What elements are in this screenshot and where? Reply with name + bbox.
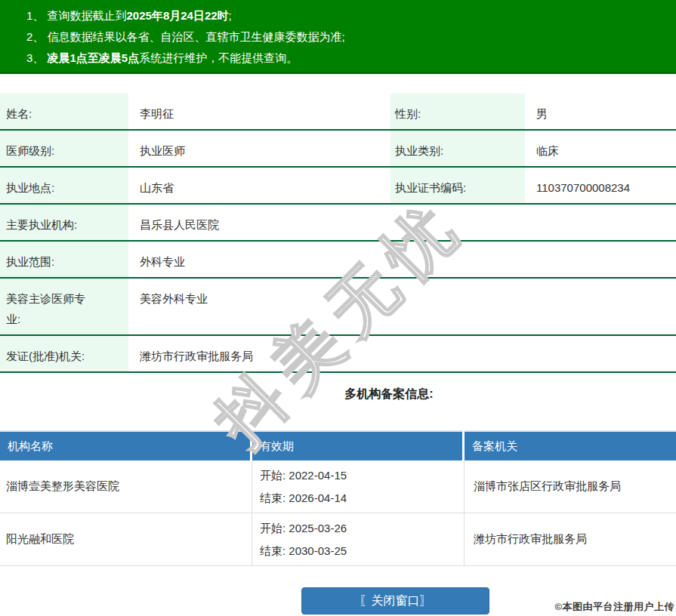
validity-start: 开始: 2022-04-15	[260, 464, 464, 487]
field-value-cosmetic-specialty: 美容外科专业	[128, 278, 676, 335]
table-row: 美容主诊医师专业: 美容外科专业	[0, 278, 676, 335]
field-value-certificate-number: 110370700008234	[525, 167, 676, 204]
field-value-issuing-authority: 潍坊市行政审批服务局	[128, 335, 676, 372]
registration-authority: 潍坊市行政审批服务局	[465, 513, 676, 566]
table-header-row: 机构名称 有效期 备案机关	[0, 430, 676, 460]
close-window-button[interactable]: 〖关闭窗口〗	[301, 587, 489, 614]
column-header-org-name: 机构名称	[0, 430, 252, 460]
field-label-gender: 性别:	[390, 94, 525, 130]
notice-text: 信息数据结果以各省、自治区、直辖市卫生健康委数据为准;	[48, 30, 345, 43]
validity-end: 结束: 2026-04-14	[260, 487, 464, 510]
field-label-text: 执业证书编码:	[395, 181, 466, 194]
validity-start-label: 开始:	[260, 469, 286, 482]
table-row: 淄博壹美整形美容医院 开始: 2022-04-15 结束: 2026-04-14…	[0, 460, 676, 513]
field-value-name: 李明征	[128, 94, 390, 130]
field-value-main-institution: 昌乐县人民医院	[128, 204, 676, 241]
validity-period: 开始: 2025-03-26 结束: 2030-03-25	[252, 513, 465, 566]
notice-number: 1、	[26, 9, 48, 22]
notice-line-3: 3、 凌晨1点至凌晨5点系统进行维护，不能提供查询。	[26, 48, 668, 69]
org-registration-table: 机构名称 有效期 备案机关 淄博壹美整形美容医院 开始: 2022-04-15 …	[0, 430, 676, 566]
notice-banner: 1、 查询数据截止到2025年8月24日22时; 2、 信息数据结果以各省、自治…	[0, 0, 676, 74]
field-value-practice-category: 临床	[525, 130, 676, 167]
field-value-practice-location: 山东省	[128, 167, 390, 204]
field-label-doctor-level: 医师级别:	[0, 130, 128, 167]
field-label-text: 医师级别:	[6, 140, 54, 161]
notice-text: 查询数据截止到	[48, 9, 127, 22]
table-row: 发证(批准)机关: 潍坊市行政审批服务局	[0, 335, 676, 372]
field-label-main-institution: 主要执业机构:	[0, 204, 128, 241]
notice-text: ;	[229, 9, 232, 22]
table-row: 阳光融和医院 开始: 2025-03-26 结束: 2030-03-25 潍坊市…	[0, 513, 676, 566]
field-label-text: 性别:	[395, 107, 421, 120]
field-label-name: 姓名:	[0, 94, 128, 130]
field-value-doctor-level: 执业医师	[128, 130, 390, 167]
field-label-cosmetic-specialty: 美容主诊医师专业:	[0, 278, 128, 335]
section-title: 多机构备案信息:	[0, 386, 676, 402]
field-value-gender: 男	[525, 94, 676, 130]
validity-start-date: 2022-04-15	[289, 469, 347, 482]
field-label-issuing-authority: 发证(批准)机关:	[0, 335, 128, 372]
validity-end-date: 2026-04-14	[289, 491, 347, 504]
column-header-validity: 有效期	[252, 430, 465, 460]
table-row: 姓名: 李明征 性别: 男	[0, 94, 676, 130]
column-header-registration-authority: 备案机关	[465, 430, 676, 460]
org-name: 淄博壹美整形美容医院	[0, 460, 252, 513]
validity-period: 开始: 2022-04-15 结束: 2026-04-14	[252, 460, 465, 513]
field-label-text: 执业范围:	[6, 251, 54, 272]
field-label-practice-location: 执业地点:	[0, 167, 128, 204]
table-row: 医师级别: 执业医师 执业类别: 临床	[0, 130, 676, 167]
notice-bold-text: 凌晨1点至凌晨5点	[48, 51, 140, 64]
notice-bold-text: 2025年8月24日22时	[127, 9, 229, 22]
field-label-practice-scope: 执业范围:	[0, 241, 128, 278]
validity-start: 开始: 2025-03-26	[260, 517, 464, 540]
field-label-text: 执业类别:	[395, 144, 443, 157]
table-row: 执业范围: 外科专业	[0, 241, 676, 278]
field-label-text: 美容主诊医师专业:	[6, 288, 95, 329]
notice-line-1: 1、 查询数据截止到2025年8月24日22时;	[26, 5, 668, 26]
field-label-text: 姓名:	[6, 103, 32, 124]
doctor-info-table: 姓名: 李明征 性别: 男 医师级别: 执业医师 执业类别: 临床 执业地点: …	[0, 94, 676, 373]
validity-end-label: 结束:	[260, 544, 286, 557]
notice-number: 2、	[26, 30, 48, 43]
org-name: 阳光融和医院	[0, 513, 252, 566]
validity-start-label: 开始:	[260, 522, 286, 534]
validity-end-date: 2030-03-25	[289, 544, 347, 557]
field-label-text: 主要执业机构:	[6, 214, 77, 235]
attribution-note: ©本图由平台注册用户上传	[554, 600, 674, 614]
validity-end-label: 结束:	[260, 491, 286, 504]
field-label-text: 执业地点:	[6, 177, 54, 198]
table-row: 主要执业机构: 昌乐县人民医院	[0, 204, 676, 241]
field-label-certificate-number: 执业证书编码:	[390, 167, 525, 204]
table-row: 执业地点: 山东省 执业证书编码: 110370700008234	[0, 167, 676, 204]
validity-end: 结束: 2030-03-25	[260, 540, 464, 562]
registration-authority: 淄博市张店区行政审批服务局	[465, 460, 676, 513]
notice-text: 系统进行维护，不能提供查询。	[139, 51, 298, 64]
field-value-practice-scope: 外科专业	[128, 241, 676, 278]
field-label-practice-category: 执业类别:	[390, 130, 525, 167]
notice-number: 3、	[26, 51, 48, 64]
validity-start-date: 2025-03-26	[289, 522, 347, 534]
field-label-text: 发证(批准)机关:	[6, 346, 85, 366]
notice-line-2: 2、 信息数据结果以各省、自治区、直辖市卫生健康委数据为准;	[26, 26, 668, 48]
